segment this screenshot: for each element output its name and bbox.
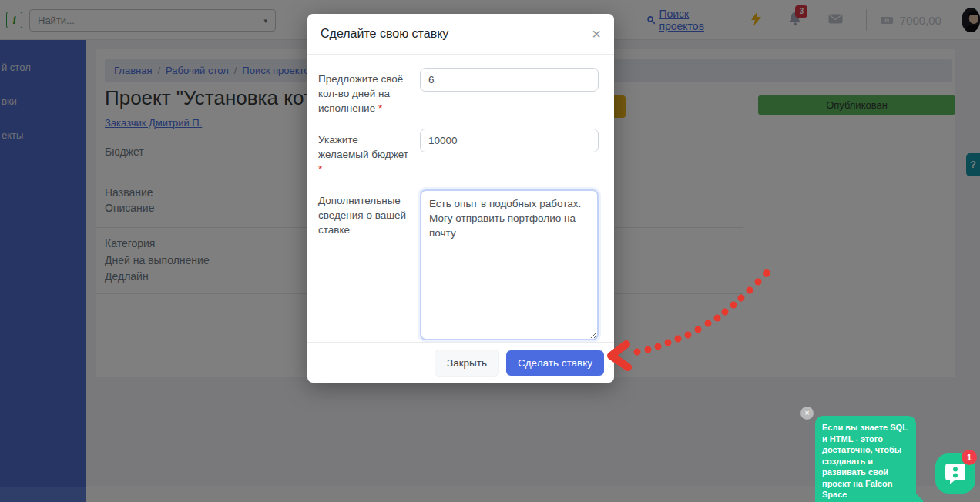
bid-modal: Сделайте свою ставку × Предложите своё к… <box>307 14 614 383</box>
tooltip-close-icon[interactable]: × <box>800 407 814 420</box>
details-field-label: Дополнительные сведения о вашей ставке <box>318 189 411 343</box>
form-row-details: Дополнительные сведения о вашей ставке <box>318 189 603 343</box>
required-asterisk: * <box>318 163 322 175</box>
close-button[interactable]: Закрыть <box>435 350 499 376</box>
days-input[interactable] <box>420 68 599 92</box>
budget-field-label: Укажите желаемый бюджет * <box>318 129 411 176</box>
form-row-days: Предложите своё кол-во дней на исполнени… <box>318 68 603 115</box>
screen: i Найти... ▾ Поиск проектов <box>0 0 980 502</box>
details-textarea[interactable] <box>420 189 599 340</box>
onboarding-tooltip: Если вы знаете SQL и HTML - этого достат… <box>815 416 916 502</box>
modal-title: Сделайте свою ставку <box>321 27 592 41</box>
chat-bubble-icon <box>944 462 967 485</box>
required-asterisk: * <box>378 102 382 114</box>
days-field-label: Предложите своё кол-во дней на исполнени… <box>318 68 411 115</box>
chat-badge: 1 <box>962 450 977 465</box>
modal-body: Предложите своё кол-во дней на исполнени… <box>307 55 614 343</box>
close-icon[interactable]: × <box>592 26 601 42</box>
tooltip-text: Если вы знаете SQL и HTML - этого достат… <box>822 423 908 502</box>
submit-bid-button[interactable]: Сделать ставку <box>506 350 604 376</box>
modal-header: Сделайте свою ставку × <box>307 14 614 55</box>
modal-footer: Закрыть Сделать ставку <box>307 342 614 383</box>
form-row-budget: Укажите желаемый бюджет * <box>318 129 603 176</box>
budget-input[interactable] <box>420 129 599 152</box>
